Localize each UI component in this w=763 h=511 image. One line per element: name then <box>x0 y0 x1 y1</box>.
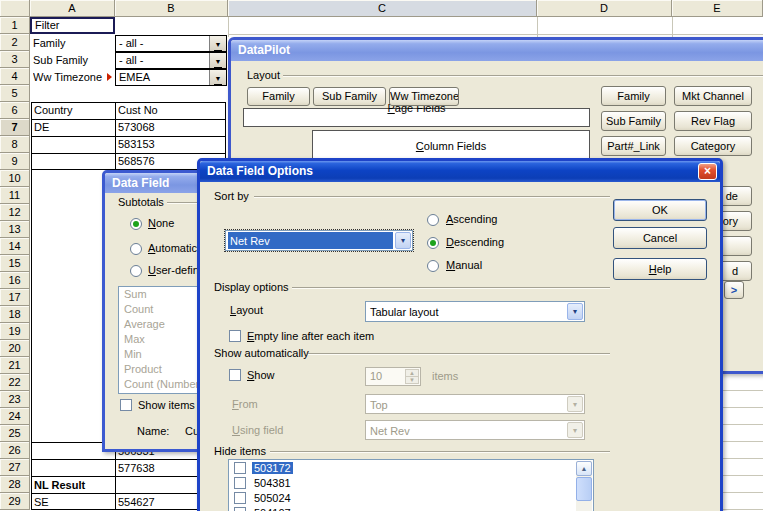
field-button-family[interactable]: Family <box>601 86 666 106</box>
show-items-checkbox[interactable] <box>120 399 132 411</box>
row-header[interactable]: 28 <box>0 476 30 493</box>
row-header[interactable]: 14 <box>0 238 30 255</box>
row-header[interactable]: 16 <box>0 272 30 289</box>
field-button-sub-family[interactable]: Sub Family <box>601 111 666 131</box>
page-field-button-ww-timezone[interactable]: Ww Timezone <box>389 87 459 106</box>
col-header-e[interactable]: E <box>672 0 763 17</box>
row-header[interactable]: 3 <box>0 51 30 68</box>
table-border <box>31 153 226 154</box>
row-header[interactable]: 20 <box>0 340 30 357</box>
hide-item-checkbox[interactable] <box>234 507 246 511</box>
hide-item-checkbox[interactable] <box>234 462 246 474</box>
ok-button[interactable]: OK <box>613 199 707 221</box>
close-icon[interactable]: × <box>698 163 717 180</box>
cell-a1-selected[interactable]: Filter <box>30 17 115 34</box>
row-header[interactable]: 5 <box>0 85 30 102</box>
hide-item-label[interactable]: 504381 <box>254 477 291 489</box>
filter-dropdown-button[interactable]: ▼ <box>209 70 226 85</box>
cell-a2[interactable]: Family <box>33 37 113 50</box>
cancel-button[interactable]: Cancel <box>613 227 707 249</box>
display-options-group-label: Display options <box>214 281 289 293</box>
scrollbar-thumb[interactable] <box>576 477 592 501</box>
cell-b8[interactable]: 583153 <box>118 138 213 151</box>
field-button-rev-flag[interactable]: Rev Flag <box>674 111 752 131</box>
hide-item-checkbox[interactable] <box>234 492 246 504</box>
show-count-spinner[interactable]: 10 ▲ ▼ <box>365 367 421 386</box>
row-header[interactable]: 10 <box>0 170 30 187</box>
cell-b6[interactable]: Cust No <box>118 104 213 117</box>
show-checkbox[interactable] <box>229 369 241 381</box>
empty-line-checkbox[interactable] <box>229 330 241 342</box>
row-header[interactable]: 13 <box>0 221 30 238</box>
filter-dropdown-button[interactable]: ▼ <box>209 53 226 68</box>
cell-a29[interactable]: SE <box>34 496 112 509</box>
radio-descending[interactable] <box>427 237 439 249</box>
field-button-part-link[interactable]: Part#_Link <box>601 136 666 156</box>
cell-a4[interactable]: Ww Timezone <box>33 71 105 84</box>
row-header[interactable]: 23 <box>0 391 30 408</box>
row-header[interactable]: 24 <box>0 408 30 425</box>
hide-item-label[interactable]: 505024 <box>254 492 291 504</box>
page-field-button-family[interactable]: Family <box>247 87 310 106</box>
row-header[interactable]: 2 <box>0 34 30 51</box>
row-header[interactable]: 19 <box>0 323 30 340</box>
datapilot-titlebar[interactable]: DataPilot <box>231 40 763 61</box>
layout-combobox[interactable]: Tabular layout ▾ <box>365 301 585 322</box>
hide-item-checkbox[interactable] <box>234 477 246 489</box>
cell-b2-filter[interactable]: - all - ▼ <box>115 35 227 52</box>
row-header[interactable]: 15 <box>0 255 30 272</box>
group-line <box>254 196 610 198</box>
radio-none[interactable] <box>130 218 142 230</box>
row-header[interactable]: 29 <box>0 493 30 510</box>
hide-item-label[interactable]: 503172 <box>252 462 293 474</box>
row-header[interactable]: 7 <box>0 119 30 136</box>
row-header[interactable]: 9 <box>0 153 30 170</box>
row-header[interactable]: 12 <box>0 204 30 221</box>
row-header[interactable]: 27 <box>0 459 30 476</box>
radio-user-defined[interactable] <box>130 265 142 277</box>
row-header[interactable]: 26 <box>0 442 30 459</box>
field-button-category[interactable]: Category <box>674 136 752 156</box>
data-field-title: Data Field <box>112 176 169 190</box>
options-titlebar[interactable]: Data Field Options × <box>200 161 720 182</box>
help-button[interactable]: Help <box>613 258 707 280</box>
row-header[interactable]: 22 <box>0 374 30 391</box>
cell-b4-filter[interactable]: EMEA ▼ <box>115 69 227 86</box>
cell-b3-filter[interactable]: - all - ▼ <box>115 52 227 69</box>
row-header[interactable]: 6 <box>0 102 30 119</box>
hide-items-listbox[interactable]: 503172 504381 505024 504107 ▲ <box>228 459 594 511</box>
row-header[interactable]: 8 <box>0 136 30 153</box>
filter-dropdown-button[interactable]: ▼ <box>209 36 226 51</box>
row-header[interactable]: 18 <box>0 306 30 323</box>
row-header[interactable]: 11 <box>0 187 30 204</box>
cell-a7[interactable]: DE <box>34 121 112 134</box>
row-header[interactable]: 17 <box>0 289 30 306</box>
scrollbar[interactable]: ▲ <box>576 461 592 511</box>
row-header[interactable]: 4 <box>0 68 30 85</box>
show-automatically-group-label: Show automatically <box>214 347 309 359</box>
row-header[interactable]: 25 <box>0 425 30 442</box>
spin-down-icon[interactable]: ▼ <box>405 376 419 384</box>
dropdown-arrow-icon: ▼ <box>214 39 223 51</box>
row-header[interactable]: 1 <box>0 17 30 34</box>
radio-ascending[interactable] <box>427 214 439 226</box>
scroll-up-icon[interactable]: ▲ <box>576 461 592 476</box>
cell-a6[interactable]: Country <box>34 104 112 117</box>
col-header-a[interactable]: A <box>30 0 115 17</box>
more-fields-button[interactable]: > <box>724 281 744 299</box>
field-button-mkt-channel[interactable]: Mkt Channel <box>674 86 752 106</box>
col-header-d[interactable]: D <box>537 0 672 17</box>
chevron-down-icon[interactable]: ▾ <box>395 232 411 249</box>
row-header[interactable]: 21 <box>0 357 30 374</box>
hide-item-label[interactable]: 504107 <box>254 507 291 511</box>
page-field-button-sub-family[interactable]: Sub Family <box>313 87 386 106</box>
col-header-b[interactable]: B <box>115 0 228 17</box>
cell-b7[interactable]: 573068 <box>118 121 213 134</box>
col-header-c[interactable]: C <box>228 0 537 17</box>
radio-automatic[interactable] <box>130 243 142 255</box>
sort-field-combobox[interactable]: Net Rev ▾ <box>225 230 413 251</box>
chevron-down-icon[interactable]: ▾ <box>567 303 583 320</box>
cell-a3[interactable]: Sub Family <box>33 54 113 67</box>
cell-a28[interactable]: NL Result <box>34 479 112 492</box>
radio-manual[interactable] <box>427 260 439 272</box>
